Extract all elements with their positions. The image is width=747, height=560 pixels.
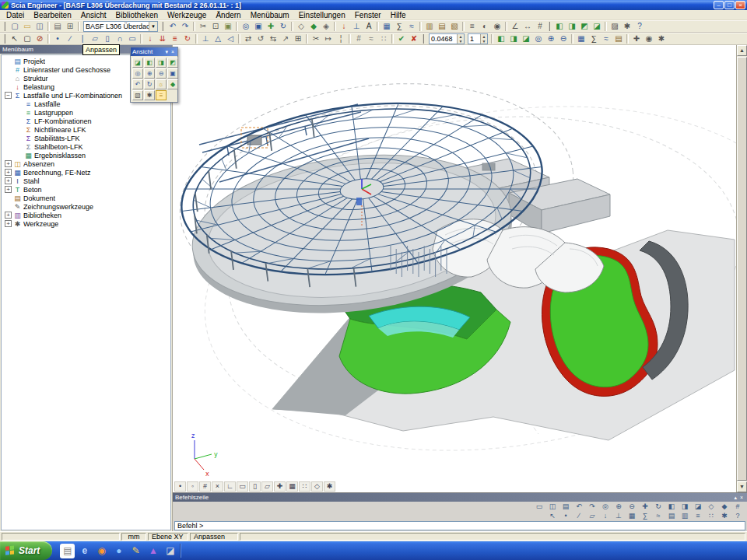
zoom-out-icon[interactable]: ⊖ bbox=[156, 68, 167, 79]
view-params-icon[interactable]: ✱ bbox=[144, 90, 155, 100]
cancel-icon[interactable]: ✘ bbox=[408, 33, 420, 44]
report-icon[interactable]: ▤ bbox=[612, 33, 625, 44]
zoom-all-icon[interactable]: ◎ bbox=[240, 21, 252, 32]
cmd-view-y-icon[interactable]: ◨ bbox=[679, 502, 691, 511]
ansicht-palette-titlebar[interactable]: Ansicht ▾ × bbox=[131, 47, 177, 56]
close-icon[interactable]: × bbox=[738, 495, 745, 500]
model-canvas[interactable]: z y x bbox=[173, 45, 736, 492]
show-loads-icon[interactable]: ↓ bbox=[338, 21, 350, 32]
cmd-snap-icon[interactable]: ∷ bbox=[705, 512, 717, 520]
opening-icon[interactable]: ▭ bbox=[126, 33, 139, 44]
menu-ndern[interactable]: Ändern bbox=[211, 10, 245, 20]
tree-item[interactable]: +▦Berechnung, FE-Netz bbox=[2, 168, 170, 177]
menu-werkzeuge[interactable]: Werkzeuge bbox=[163, 10, 211, 20]
cad-app-icon[interactable]: ◪ bbox=[163, 544, 177, 558]
rotate-icon[interactable]: ↺ bbox=[254, 33, 267, 44]
storey-icon[interactable]: ≈ bbox=[365, 33, 377, 44]
chevron-down-icon[interactable]: ▾ bbox=[149, 22, 157, 31]
show-supports-icon[interactable]: ⊥ bbox=[350, 21, 363, 32]
undo-icon[interactable]: ↶ bbox=[167, 21, 179, 32]
cmd-save-icon[interactable]: ◫ bbox=[546, 502, 559, 511]
iso-view-icon[interactable]: ◪ bbox=[520, 33, 532, 44]
toolbar-grip[interactable] bbox=[423, 34, 425, 44]
break-icon[interactable]: ¦ bbox=[335, 33, 347, 44]
vp-dot-grid-icon[interactable]: ∷ bbox=[299, 481, 310, 492]
move-icon[interactable]: ⇄ bbox=[242, 33, 254, 44]
vp-plane-xz-icon[interactable]: ▯ bbox=[249, 481, 261, 492]
rotate-view-icon[interactable]: ↻ bbox=[277, 21, 289, 32]
plate-icon[interactable]: ▱ bbox=[89, 33, 101, 44]
vp-settings-icon[interactable]: ✱ bbox=[324, 481, 335, 492]
view-y-icon[interactable]: ◨ bbox=[566, 21, 578, 32]
zoom-out-icon[interactable]: ⊖ bbox=[557, 33, 570, 44]
tree-expander[interactable]: + bbox=[5, 169, 12, 176]
cmd-zoom-in-icon[interactable]: ⊕ bbox=[612, 502, 625, 511]
cmd-view-x-icon[interactable]: ◧ bbox=[665, 502, 678, 511]
hidden-lines-icon[interactable]: ◈ bbox=[320, 21, 332, 32]
cmd-support-icon[interactable]: ⊥ bbox=[612, 512, 625, 520]
tree-expander[interactable]: + bbox=[5, 220, 12, 227]
wireframe-icon[interactable]: ◇ bbox=[295, 21, 307, 32]
result-diagram-icon[interactable]: ≈ bbox=[600, 33, 612, 44]
command-input[interactable]: Befehl > bbox=[174, 521, 745, 530]
scia-engineer-icon[interactable]: ▲ bbox=[146, 544, 160, 558]
vp-cursor-icon[interactable]: ◇ bbox=[311, 481, 323, 492]
cmd-table-icon[interactable]: ▥ bbox=[679, 512, 691, 520]
section-icon[interactable]: ∠ bbox=[509, 21, 521, 32]
vp-snap-node-icon[interactable]: • bbox=[174, 481, 186, 492]
tree-item[interactable]: +◫Absenzen bbox=[2, 159, 170, 168]
save-icon[interactable]: ◫ bbox=[33, 21, 46, 32]
tree-expander[interactable]: + bbox=[5, 160, 12, 167]
view-z-icon[interactable]: ◩ bbox=[578, 21, 591, 32]
view-x-icon[interactable]: ◧ bbox=[553, 21, 566, 32]
tree-expander[interactable]: + bbox=[5, 212, 12, 219]
support-roller-icon[interactable]: ◁ bbox=[224, 33, 237, 44]
shaded-icon[interactable]: ◆ bbox=[307, 21, 320, 32]
view-axo-icon[interactable]: ◪ bbox=[132, 58, 143, 68]
command-panel-titlebar[interactable]: Befehlszeile ▴× bbox=[173, 493, 747, 502]
maximize-button[interactable]: □ bbox=[724, 1, 735, 9]
zoom-in-icon[interactable]: ⊕ bbox=[144, 68, 155, 79]
snap-grid-icon[interactable]: # bbox=[534, 21, 546, 32]
dot-grid-icon[interactable]: ∷ bbox=[377, 33, 390, 44]
front-view-icon[interactable]: ◧ bbox=[495, 33, 507, 44]
render-settings-icon[interactable]: ✱ bbox=[621, 21, 633, 32]
cmd-print-icon[interactable]: ▤ bbox=[559, 502, 572, 511]
results-icon[interactable]: ≈ bbox=[405, 21, 418, 32]
zoom-in-icon[interactable]: ⊕ bbox=[545, 33, 557, 44]
menu-einstellungen[interactable]: Einstellungen bbox=[294, 10, 350, 20]
spinner-icons[interactable]: ▲▼ bbox=[480, 34, 487, 44]
messenger-icon[interactable]: ● bbox=[111, 544, 126, 558]
vp-ucs-icon[interactable]: ✚ bbox=[274, 481, 286, 492]
cmd-zoom-all-icon[interactable]: ◎ bbox=[599, 502, 612, 511]
vp-snap-grid-icon[interactable]: # bbox=[199, 481, 211, 492]
view-xz-icon[interactable]: ◨ bbox=[156, 58, 167, 68]
3d-viewport[interactable]: z y x •◦#×∟▭▯▱✚▦∷◇✱ bbox=[173, 45, 736, 492]
clip-box-icon[interactable]: ▧ bbox=[132, 90, 143, 100]
cmd-wireframe-icon[interactable]: ◇ bbox=[705, 502, 717, 511]
dimension-icon[interactable]: ↔ bbox=[521, 21, 534, 32]
options-icon[interactable]: ✱ bbox=[655, 33, 668, 44]
tree-item[interactable]: ΣLF-Kombinationen bbox=[2, 117, 170, 125]
tree-item[interactable]: ΣStahlbeton-LFK bbox=[2, 142, 170, 151]
cmd-results-icon[interactable]: ≈ bbox=[652, 512, 665, 520]
browser-icon[interactable]: ◉ bbox=[94, 544, 109, 558]
menu-datei[interactable]: Datei bbox=[2, 10, 29, 20]
render-icon[interactable]: ◆ bbox=[167, 79, 178, 89]
zoom-all-icon[interactable]: ◎ bbox=[132, 68, 143, 79]
stretch-icon[interactable]: ↗ bbox=[279, 33, 292, 44]
axonometry-icon[interactable]: ◪ bbox=[591, 21, 603, 32]
visibility-icon[interactable]: ◉ bbox=[491, 21, 503, 32]
vp-plane-xy-icon[interactable]: ▭ bbox=[237, 481, 248, 492]
close-icon[interactable]: × bbox=[170, 47, 176, 56]
cmd-settings-icon[interactable]: ✱ bbox=[718, 512, 731, 520]
select-window-icon[interactable]: ▢ bbox=[21, 33, 33, 44]
paste-icon[interactable]: ▣ bbox=[222, 21, 234, 32]
calculate-icon[interactable]: ∑ bbox=[393, 21, 405, 32]
gallery-icon[interactable]: ▧ bbox=[448, 21, 461, 32]
tree-item[interactable]: ▤Dokument bbox=[2, 194, 170, 202]
viewport-scrollbar[interactable]: ▲ ▼ bbox=[736, 45, 747, 492]
document-icon[interactable]: ▤ bbox=[436, 21, 448, 32]
cmd-open-icon[interactable]: ▭ bbox=[533, 502, 545, 511]
pan-icon[interactable]: ✚ bbox=[265, 21, 277, 32]
